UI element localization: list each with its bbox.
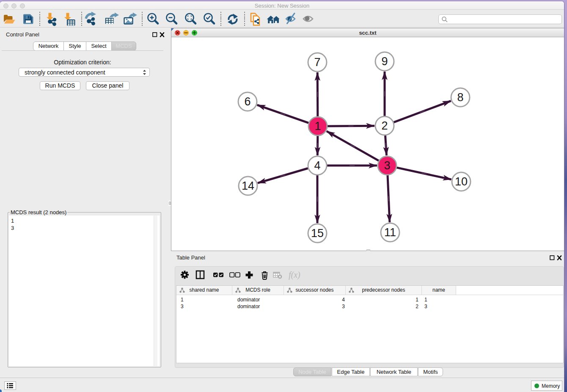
svg-text:2: 2 — [381, 119, 388, 132]
svg-text:4: 4 — [314, 159, 320, 172]
svg-text:10: 10 — [455, 175, 468, 188]
svg-text:7: 7 — [314, 56, 320, 69]
svg-text:3: 3 — [384, 159, 390, 172]
svg-text:6: 6 — [244, 95, 250, 108]
svg-text:f(x): f(x) — [289, 270, 300, 280]
svg-text:11: 11 — [384, 226, 396, 239]
svg-text:1: 1 — [314, 120, 321, 133]
svg-text:15: 15 — [311, 227, 324, 240]
svg-text:8: 8 — [457, 91, 463, 104]
svg-text:14: 14 — [242, 179, 254, 192]
svg-text:9: 9 — [381, 55, 388, 68]
